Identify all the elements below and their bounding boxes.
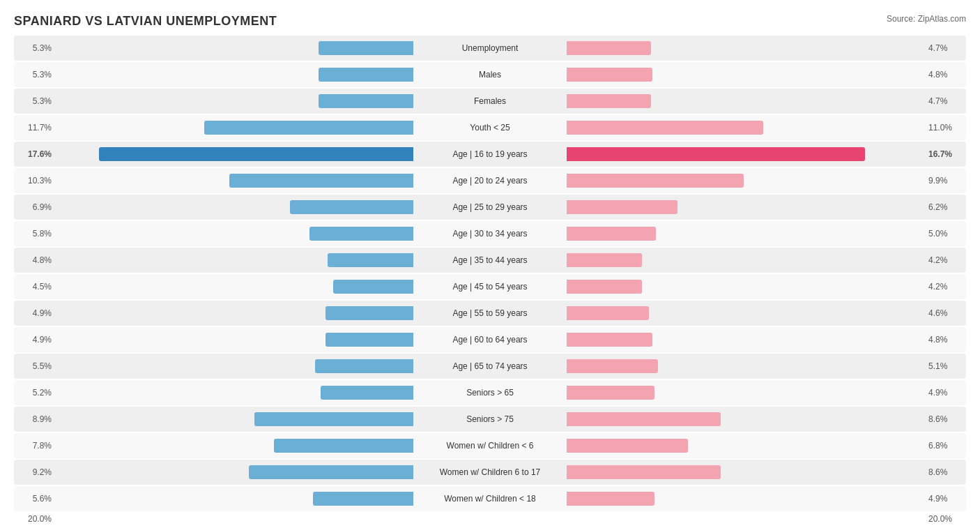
chart-row: 5.3% Females 4.7% [14, 89, 966, 114]
left-value: 6.9% [14, 202, 56, 212]
row-label: Seniors > 65 [413, 388, 567, 398]
right-bar-container [567, 41, 924, 55]
chart-row: 5.3% Unemployment 4.7% [14, 36, 966, 61]
rows-area: 5.3% Unemployment 4.7% 5.3% Males [14, 36, 966, 511]
right-bar-container [567, 94, 924, 108]
chart-row: 7.8% Women w/ Children < 6 6.8% [14, 433, 966, 458]
left-bar [326, 333, 413, 347]
right-bar [567, 200, 677, 214]
right-value: 4.6% [924, 308, 966, 318]
right-bar [567, 227, 656, 241]
right-bar-container [567, 147, 924, 161]
left-bar-container [56, 412, 413, 426]
left-bar-container [56, 200, 413, 214]
axis-right-label: 20.0% [924, 514, 966, 524]
row-label: Age | 20 to 24 years [413, 176, 567, 186]
chart-row: 6.9% Age | 25 to 29 years 6.2% [14, 195, 966, 220]
right-value: 4.9% [924, 494, 966, 504]
left-value: 11.7% [14, 123, 56, 133]
left-value: 9.2% [14, 467, 56, 477]
right-value: 4.8% [924, 335, 966, 345]
left-bar [333, 280, 413, 294]
chart-title: SPANIARD VS LATVIAN UNEMPLOYMENT [14, 14, 966, 29]
right-value: 4.8% [924, 70, 966, 80]
row-label: Females [413, 96, 567, 106]
left-bar-container [56, 121, 413, 135]
chart-row: 4.9% Age | 55 to 59 years 4.6% [14, 301, 966, 326]
chart-row: 5.6% Women w/ Children < 18 4.9% [14, 486, 966, 511]
right-bar [567, 333, 652, 347]
right-value: 9.9% [924, 176, 966, 186]
row-label: Youth < 25 [413, 123, 567, 133]
left-value: 5.5% [14, 361, 56, 371]
right-bar-container [567, 280, 924, 294]
source-label: Source: ZipAtlas.com [887, 14, 966, 24]
row-label: Age | 35 to 44 years [413, 255, 567, 265]
left-bar-container [56, 280, 413, 294]
chart-row: 5.3% Males 4.8% [14, 62, 966, 87]
right-bar [567, 412, 721, 426]
left-bar-container [56, 492, 413, 506]
row-label: Age | 65 to 74 years [413, 361, 567, 371]
row-inner: 4.5% Age | 45 to 54 years 4.2% [14, 274, 966, 299]
chart-row: 5.8% Age | 30 to 34 years 5.0% [14, 221, 966, 246]
right-value: 4.2% [924, 255, 966, 265]
left-value: 4.9% [14, 308, 56, 318]
row-label: Age | 55 to 59 years [413, 308, 567, 318]
left-value: 4.8% [14, 255, 56, 265]
left-bar [315, 359, 413, 373]
right-value: 4.2% [924, 282, 966, 292]
right-value: 5.1% [924, 361, 966, 371]
right-bar-container [567, 121, 924, 135]
left-bar [229, 174, 413, 188]
row-label: Age | 60 to 64 years [413, 335, 567, 345]
left-value: 5.2% [14, 388, 56, 398]
left-bar [309, 227, 413, 241]
left-bar [249, 465, 413, 479]
row-inner: 5.3% Males 4.8% [14, 62, 966, 87]
right-bar-container [567, 492, 924, 506]
left-value: 7.8% [14, 441, 56, 451]
row-inner: 5.6% Women w/ Children < 18 4.9% [14, 486, 966, 511]
right-bar [567, 147, 865, 161]
right-value: 5.0% [924, 229, 966, 239]
row-label: Age | 25 to 29 years [413, 202, 567, 212]
row-label: Age | 30 to 34 years [413, 229, 567, 239]
row-inner: 5.3% Unemployment 4.7% [14, 36, 966, 61]
right-value: 6.2% [924, 202, 966, 212]
row-inner: 5.8% Age | 30 to 34 years 5.0% [14, 221, 966, 246]
right-bar-container [567, 333, 924, 347]
chart-row: 4.9% Age | 60 to 64 years 4.8% [14, 327, 966, 352]
row-inner: 11.7% Youth < 25 11.0% [14, 115, 966, 140]
row-inner: 5.5% Age | 65 to 74 years 5.1% [14, 354, 966, 379]
row-label: Seniors > 75 [413, 414, 567, 424]
chart-row: 4.5% Age | 45 to 54 years 4.2% [14, 274, 966, 299]
right-bar-container [567, 68, 924, 82]
right-value: 8.6% [924, 414, 966, 424]
row-inner: 5.2% Seniors > 65 4.9% [14, 380, 966, 405]
left-bar-container [56, 333, 413, 347]
left-bar-container [56, 386, 413, 400]
right-bar [567, 280, 642, 294]
left-bar [321, 386, 413, 400]
right-bar [567, 386, 654, 400]
right-bar-container [567, 439, 924, 453]
left-value: 5.8% [14, 229, 56, 239]
right-bar-container [567, 306, 924, 320]
left-bar-container [56, 94, 413, 108]
right-bar-container [567, 227, 924, 241]
left-bar-container [56, 439, 413, 453]
left-value: 8.9% [14, 414, 56, 424]
right-bar-container [567, 412, 924, 426]
row-label: Women w/ Children < 6 [413, 441, 567, 451]
right-bar-container [567, 465, 924, 479]
right-bar-container [567, 253, 924, 267]
right-bar-container [567, 386, 924, 400]
row-inner: 4.8% Age | 35 to 44 years 4.2% [14, 248, 966, 273]
chart-row: 11.7% Youth < 25 11.0% [14, 115, 966, 140]
chart-row: 10.3% Age | 20 to 24 years 9.9% [14, 168, 966, 193]
left-value: 17.6% [14, 149, 56, 159]
right-value: 16.7% [924, 149, 966, 159]
row-inner: 10.3% Age | 20 to 24 years 9.9% [14, 168, 966, 193]
right-bar [567, 174, 744, 188]
